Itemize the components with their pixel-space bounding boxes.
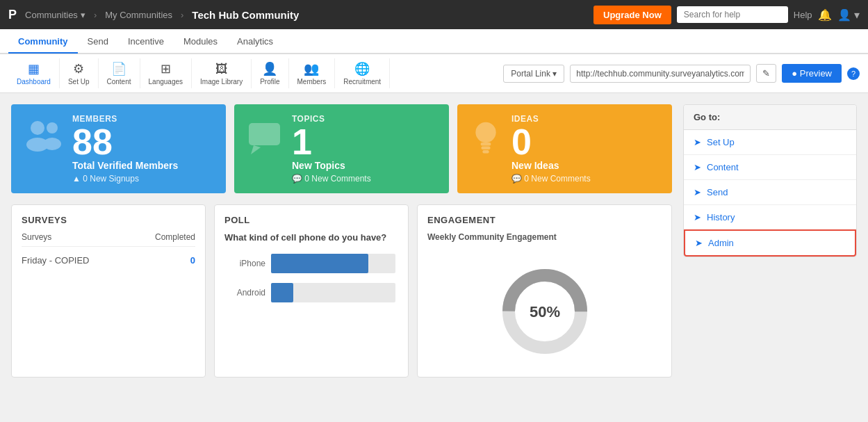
tool-setup[interactable]: ⚙ Set Up (60, 58, 99, 88)
android-bar-fill (271, 283, 293, 302)
top-nav: P Communities ▾ › My Communities › Tech … (0, 0, 868, 29)
profile-icon: 👤 (262, 61, 277, 76)
image-library-icon: 🖼 (215, 62, 228, 76)
surveys-title: SURVEYS (22, 215, 195, 225)
surveys-widget: SURVEYS Surveys Completed Friday - COPIE… (11, 204, 206, 378)
goto-admin-icon: ➤ (695, 238, 703, 248)
dropdown-arrow-icon: ▾ (81, 10, 85, 20)
members-card-icon (22, 118, 64, 160)
tool-image-library-label: Image Library (200, 78, 243, 86)
tool-profile[interactable]: 👤 Profile (252, 58, 288, 88)
topics-text-area: TOPICS 1 New Topics 💬 0 New Comments (292, 114, 371, 184)
surveys-header: Surveys Completed (22, 232, 195, 247)
engagement-widget: ENGAGEMENT Weekly Community Engagement 5… (417, 204, 672, 378)
help-label: Help (794, 10, 812, 20)
communities-nav[interactable]: Communities ▾ (25, 10, 85, 20)
preview-button[interactable]: ● Preview (782, 64, 842, 83)
goto-panel: Go to: ➤ Set Up ➤ Content ➤ Send ➤ Histo… (683, 104, 857, 257)
svg-rect-9 (481, 143, 491, 146)
topics-card: TOPICS 1 New Topics 💬 0 New Comments (234, 104, 449, 193)
portal-link-button[interactable]: Portal Link ▾ (503, 65, 564, 83)
ideas-card-icon (468, 120, 503, 165)
setup-icon: ⚙ (73, 61, 84, 76)
topics-number: 1 (292, 124, 371, 160)
nav-community[interactable]: Community (8, 31, 78, 54)
poll-widget: POLL What kind of cell phone do you have… (214, 204, 409, 378)
topics-subinfo: 💬 0 New Comments (292, 174, 371, 184)
ideas-text-area: IDEAS 0 New Ideas 💬 0 New Comments (511, 114, 591, 184)
tool-content[interactable]: 📄 Content (99, 58, 140, 88)
iphone-bar-track (271, 254, 395, 273)
goto-send-icon: ➤ (694, 187, 701, 197)
user-avatar-icon[interactable]: 👤 ▾ (837, 8, 860, 22)
surveys-col2: Completed (155, 232, 195, 242)
ideas-card: IDEAS 0 New Ideas 💬 0 New Comments (457, 104, 672, 193)
breadcrumb-sep2: › (181, 10, 183, 20)
tool-recruitment[interactable]: 🌐 Recruitment (335, 58, 390, 88)
help-circle-icon[interactable]: ? (847, 67, 860, 80)
poll-question: What kind of cell phone do you have? (224, 232, 398, 243)
portal-link-area: Portal Link ▾ ✎ ● Preview ? (503, 64, 860, 83)
svg-point-0 (31, 121, 44, 135)
goto-content-icon: ➤ (694, 162, 701, 172)
poll-bar-iphone: iPhone (227, 254, 395, 273)
left-panel: MEMBERS 88 Total Verified Members ▲ 0 Ne… (11, 104, 672, 378)
poll-bar-android: Android (227, 283, 395, 302)
upgrade-button[interactable]: Upgrade Now (593, 6, 671, 24)
members-number: 88 (72, 124, 178, 160)
tool-languages[interactable]: ⊞ Languages (140, 58, 193, 88)
tool-languages-label: Languages (149, 78, 183, 86)
stat-cards: MEMBERS 88 Total Verified Members ▲ 0 Ne… (11, 104, 672, 193)
goto-send[interactable]: ➤ Send (684, 180, 856, 205)
goto-admin[interactable]: ➤ Admin (684, 229, 856, 257)
tool-image-library[interactable]: 🖼 Image Library (192, 59, 252, 88)
communities-label: Communities (25, 10, 78, 20)
survey-name: Friday - COPIED (22, 255, 90, 266)
engagement-title: ENGAGEMENT (427, 215, 662, 225)
goto-setup-icon: ➤ (694, 137, 701, 147)
my-communities-link[interactable]: My Communities (105, 10, 172, 20)
main-content: MEMBERS 88 Total Verified Members ▲ 0 Ne… (0, 93, 868, 389)
edit-icon: ✎ (762, 68, 770, 79)
ideas-subinfo: 💬 0 New Comments (511, 174, 591, 184)
portal-url-input[interactable] (570, 65, 751, 83)
goto-setup[interactable]: ➤ Set Up (684, 130, 856, 155)
goto-setup-label: Set Up (707, 137, 735, 147)
poll-bar-chart: iPhone Android (224, 254, 398, 302)
members-text-area: MEMBERS 88 Total Verified Members ▲ 0 Ne… (72, 114, 178, 184)
content-icon: 📄 (111, 61, 126, 76)
members-card: MEMBERS 88 Total Verified Members ▲ 0 Ne… (11, 104, 226, 193)
goto-send-label: Send (707, 187, 728, 197)
page-title: Tech Hub Community (192, 9, 299, 21)
nav-send[interactable]: Send (78, 31, 118, 54)
search-input[interactable] (677, 6, 788, 23)
bell-icon[interactable]: 🔔 (818, 8, 832, 22)
table-row: Friday - COPIED 0 (22, 252, 195, 268)
second-nav: Community Send Incentive Modules Analyti… (0, 29, 868, 54)
goto-content-label: Content (707, 162, 739, 172)
donut-chart: 50% (496, 263, 593, 360)
tool-dashboard-label: Dashboard (17, 78, 51, 86)
goto-history[interactable]: ➤ History (684, 205, 856, 230)
edit-portal-url-button[interactable]: ✎ (756, 64, 776, 83)
goto-content[interactable]: ➤ Content (684, 155, 856, 180)
nav-modules[interactable]: Modules (174, 31, 227, 54)
donut-percent-text: 50% (529, 303, 559, 320)
svg-point-8 (475, 122, 496, 143)
members-icon: 👥 (304, 61, 319, 76)
members-subinfo: ▲ 0 New Signups (72, 174, 178, 184)
tool-members[interactable]: 👥 Members (289, 58, 336, 88)
nav-analytics[interactable]: Analytics (227, 31, 283, 54)
tool-members-label: Members (297, 78, 327, 86)
nav-incentive[interactable]: Incentive (118, 31, 174, 54)
topics-label: TOPICS (292, 114, 371, 124)
tool-recruitment-label: Recruitment (343, 78, 381, 86)
donut-container: 50% (427, 256, 662, 367)
tool-content-label: Content (107, 78, 131, 86)
svg-marker-5 (251, 145, 261, 154)
ideas-subtitle: New Ideas (511, 160, 591, 171)
survey-completed: 0 (190, 255, 195, 266)
android-bar-track (271, 283, 395, 302)
tool-dashboard[interactable]: ▦ Dashboard (8, 58, 60, 88)
svg-rect-4 (249, 123, 280, 145)
